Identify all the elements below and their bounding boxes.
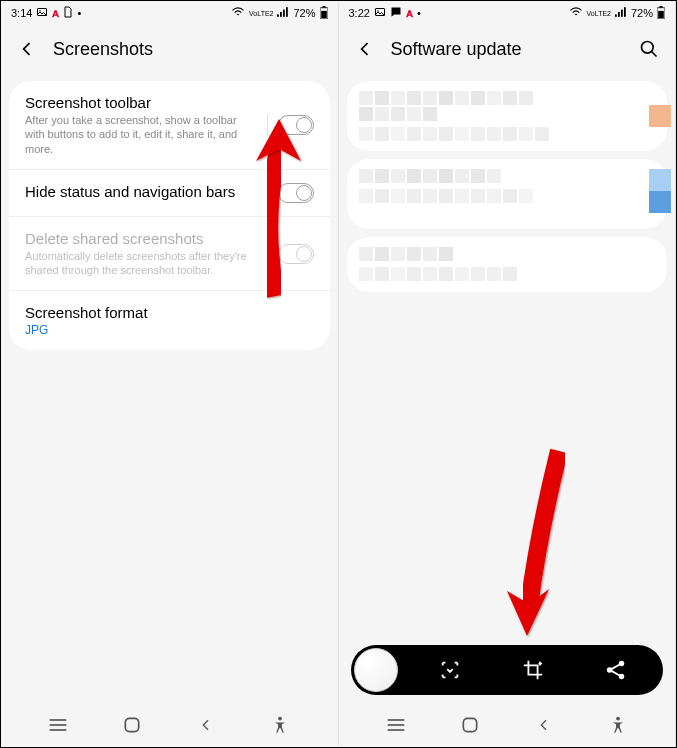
blurred-card-2 [347, 159, 668, 229]
page-title: Software update [391, 39, 522, 60]
accent-box [649, 191, 671, 213]
status-bar: 3:22 ᴀ • VoLTE2 72% [339, 1, 676, 25]
airtel-icon: ᴀ [406, 6, 413, 20]
row-screenshot-format[interactable]: Screenshot format JPG [9, 291, 330, 350]
svg-rect-3 [280, 12, 282, 17]
row-value: JPG [25, 323, 306, 337]
toggle-screenshot-toolbar[interactable] [278, 115, 314, 135]
row-title: Screenshot toolbar [25, 94, 259, 111]
settings-card: Screenshot toolbar After you take a scre… [9, 81, 330, 350]
dot-icon: • [77, 7, 81, 19]
dot-icon: • [417, 7, 421, 19]
wifi-icon [569, 7, 583, 19]
share-icon[interactable] [586, 659, 647, 681]
row-screenshot-toolbar[interactable]: Screenshot toolbar After you take a scre… [9, 81, 330, 170]
header: Software update [339, 25, 676, 73]
scroll-capture-icon[interactable] [420, 659, 481, 681]
svg-rect-2 [277, 14, 279, 16]
clock: 3:14 [11, 7, 32, 19]
gallery-icon [374, 6, 386, 20]
svg-rect-31 [463, 718, 476, 731]
svg-rect-17 [618, 12, 620, 17]
nav-home[interactable] [450, 705, 490, 745]
row-sub: After you take a screenshot, show a tool… [25, 113, 259, 156]
blurred-card-3 [347, 237, 668, 292]
row-title: Delete shared screenshots [25, 230, 270, 247]
row-hide-bars[interactable]: Hide status and navigation bars [9, 170, 330, 217]
accent-box [649, 169, 671, 191]
nav-recents[interactable] [376, 705, 416, 745]
nav-home[interactable] [112, 705, 152, 745]
row-sub: Automatically delete screenshots after t… [25, 249, 270, 278]
screenshot-thumb[interactable] [354, 648, 398, 692]
nav-accessibility[interactable] [598, 705, 638, 745]
header: Screenshots [1, 25, 338, 73]
back-button[interactable] [353, 37, 377, 61]
blurred-card-1 [347, 81, 668, 151]
row-title: Hide status and navigation bars [25, 183, 270, 200]
wifi-icon [231, 7, 245, 19]
phone-right: 3:22 ᴀ • VoLTE2 72% [339, 1, 677, 747]
gallery-icon [36, 6, 48, 20]
network-label: VoLTE2 [249, 10, 273, 17]
content: Screenshot toolbar After you take a scre… [1, 73, 338, 703]
svg-point-32 [616, 717, 620, 721]
battery-icon [657, 6, 665, 21]
airtel-icon: ᴀ [52, 6, 59, 20]
clock: 3:22 [349, 7, 370, 19]
status-bar: 3:14 ᴀ • VoLTE2 72% [1, 1, 338, 25]
battery-pct: 72% [293, 7, 315, 19]
chat-icon [390, 6, 402, 20]
svg-rect-22 [658, 10, 664, 17]
nav-accessibility[interactable] [260, 705, 300, 745]
back-button[interactable] [15, 37, 39, 61]
row-delete-shared: Delete shared screenshots Automatically … [9, 217, 330, 292]
toggle-delete-shared [278, 244, 314, 264]
search-button[interactable] [637, 37, 661, 61]
svg-rect-16 [615, 14, 617, 16]
svg-rect-5 [286, 7, 288, 17]
screenshot-toolbar [351, 645, 664, 695]
network-label: VoLTE2 [587, 10, 611, 17]
nav-bar [1, 703, 338, 747]
signal-icon [277, 7, 289, 19]
content [339, 73, 676, 703]
crop-icon[interactable] [503, 659, 564, 681]
battery-icon [320, 6, 328, 21]
svg-rect-12 [126, 718, 139, 731]
toggle-hide-bars[interactable] [278, 183, 314, 203]
accent-box [649, 105, 671, 127]
phone-left: 3:14 ᴀ • VoLTE2 72% [1, 1, 339, 747]
svg-point-13 [279, 717, 283, 721]
signal-icon [615, 7, 627, 19]
nav-bar [339, 703, 676, 747]
svg-rect-8 [321, 10, 327, 17]
svg-line-24 [652, 52, 657, 57]
page-title: Screenshots [53, 39, 153, 60]
separator [267, 114, 268, 136]
svg-rect-19 [624, 7, 626, 17]
nav-back[interactable] [524, 705, 564, 745]
svg-rect-18 [621, 10, 623, 17]
sim-icon [63, 6, 73, 20]
nav-back[interactable] [186, 705, 226, 745]
svg-point-23 [642, 42, 654, 54]
nav-recents[interactable] [38, 705, 78, 745]
battery-pct: 72% [631, 7, 653, 19]
row-title: Screenshot format [25, 304, 306, 321]
svg-rect-4 [283, 10, 285, 17]
